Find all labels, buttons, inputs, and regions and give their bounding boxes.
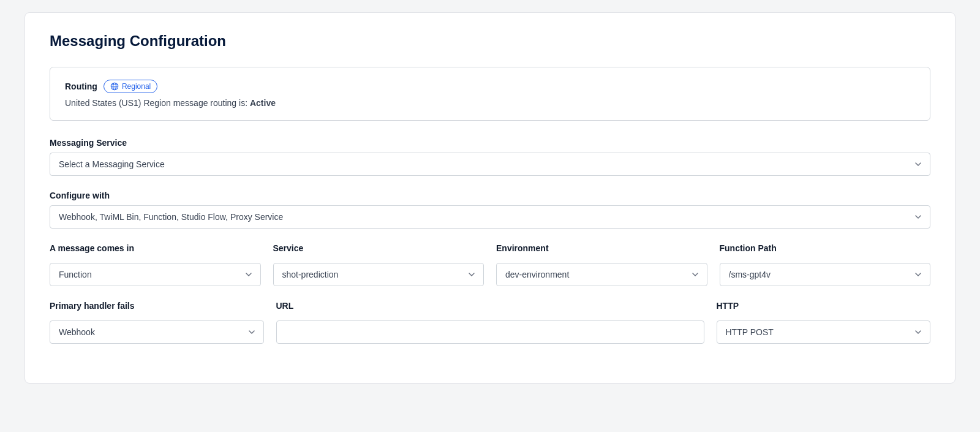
primary-handler-wrapper: Webhook [50,320,264,344]
messaging-service-wrapper: Select a Messaging Service [50,153,930,176]
message-comes-in-select[interactable]: Function [50,263,261,286]
http-select[interactable]: HTTP POST [717,320,931,344]
configure-with-label: Configure with [50,191,930,200]
function-path-select[interactable]: /sms-gpt4v [720,263,931,286]
primary-handler-select[interactable]: Webhook [50,320,264,344]
messaging-service-select[interactable]: Select a Messaging Service [50,153,930,176]
routing-status: United States (US1) Region message routi… [65,98,915,108]
service-wrapper: shot-prediction [273,263,484,286]
url-group: URL [276,301,704,344]
service-label: Service [273,243,484,253]
service-select[interactable]: shot-prediction [273,263,484,286]
primary-handler-label: Primary handler fails [50,301,264,311]
routing-badge-label: Regional [122,82,151,91]
configure-with-wrapper: Webhook, TwiML Bin, Function, Studio Flo… [50,205,930,229]
environment-select[interactable]: dev-environment [496,263,707,286]
page-container: Messaging Configuration Routing Regional… [24,12,956,384]
message-comes-in-wrapper: Function [50,263,261,286]
configure-with-group: Configure with Webhook, TwiML Bin, Funct… [50,191,930,229]
service-group: Service shot-prediction [273,243,484,286]
primary-handler-group: Primary handler fails Webhook [50,301,264,344]
page-title: Messaging Configuration [50,32,930,50]
url-input[interactable] [276,320,704,344]
message-comes-in-group: A message comes in Function [50,243,261,286]
function-path-label: Function Path [720,243,931,253]
environment-label: Environment [496,243,707,253]
message-comes-in-label: A message comes in [50,243,261,253]
environment-wrapper: dev-environment [496,263,707,286]
function-path-group: Function Path /sms-gpt4v [720,243,931,286]
function-path-wrapper: /sms-gpt4v [720,263,931,286]
http-wrapper: HTTP POST [717,320,931,344]
messaging-service-group: Messaging Service Select a Messaging Ser… [50,138,930,176]
globe-icon [110,82,119,91]
routing-label: Routing [65,81,97,91]
configure-with-select[interactable]: Webhook, TwiML Bin, Function, Studio Flo… [50,205,930,229]
row-handler-config: Primary handler fails Webhook URL HTTP H… [50,301,930,344]
environment-group: Environment dev-environment [496,243,707,286]
routing-header: Routing Regional [65,80,915,93]
row-message-config: A message comes in Function Service shot… [50,243,930,286]
url-label: URL [276,301,704,311]
messaging-service-label: Messaging Service [50,138,930,148]
http-group: HTTP HTTP POST [717,301,931,344]
routing-card: Routing Regional United States (US1) Reg… [50,67,930,121]
http-label: HTTP [717,301,931,311]
routing-badge[interactable]: Regional [104,80,157,93]
